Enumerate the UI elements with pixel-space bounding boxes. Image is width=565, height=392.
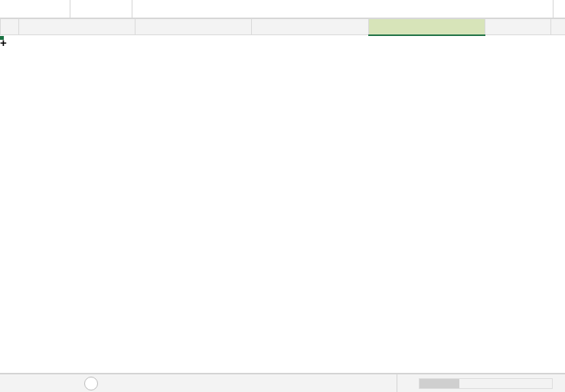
- autofill-cursor-icon: +: [0, 36, 7, 49]
- formula-bar: [0, 0, 565, 18]
- expand-formula-bar-icon[interactable]: [553, 0, 565, 18]
- column-header-D[interactable]: [368, 19, 485, 35]
- column-header-C[interactable]: [252, 19, 368, 35]
- formula-bar-controls: [70, 0, 132, 18]
- sheet-tab-bar: [0, 374, 565, 392]
- select-all-corner[interactable]: [1, 19, 19, 35]
- formula-input[interactable]: [132, 0, 553, 18]
- scroll-thumb[interactable]: [420, 379, 459, 388]
- column-header-B[interactable]: [136, 19, 252, 35]
- new-sheet-button[interactable]: [84, 377, 98, 390]
- selection-outline: [0, 36, 3, 39]
- cell-reference-input[interactable]: [5, 3, 51, 15]
- fill-handle[interactable]: [0, 35, 5, 41]
- column-header-row: [1, 19, 566, 35]
- sheet-table: [0, 18, 565, 36]
- column-header-F[interactable]: [550, 19, 565, 35]
- column-header-E[interactable]: [485, 19, 550, 35]
- name-box[interactable]: [0, 0, 70, 18]
- scroll-track[interactable]: [419, 378, 553, 389]
- horizontal-scrollbar[interactable]: [397, 374, 565, 392]
- column-header-A[interactable]: [19, 19, 136, 35]
- spreadsheet-grid[interactable]: +: [0, 18, 565, 374]
